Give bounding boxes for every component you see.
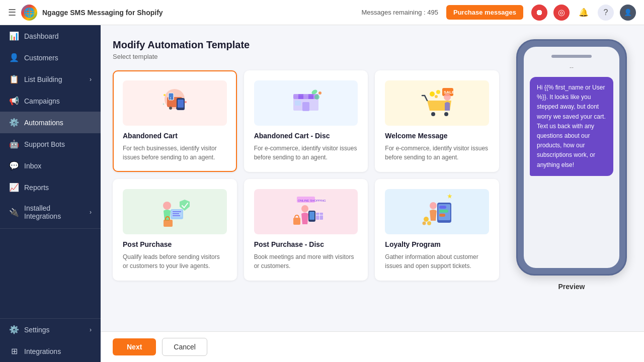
phone-divider: --: [570, 64, 574, 71]
svg-rect-16: [303, 94, 308, 99]
sidebar-item-list-building[interactable]: 📋 List Building ›: [0, 68, 101, 90]
abandoned-cart-image: [123, 80, 227, 126]
sidebar-item-integrations[interactable]: ⊞ Integrations: [0, 340, 101, 362]
post-purchase-disc-image: ONLINE SHOPPING: [254, 189, 358, 234]
svg-point-26: [444, 112, 448, 116]
abandoned-cart-title: Abandoned Cart: [123, 132, 227, 140]
templates-grid: Abandoned Cart For tech businesses, iden…: [113, 70, 499, 281]
main-layout: 📊 Dashboard 👤 Customers 📋 List Building …: [0, 25, 644, 362]
template-card-post-purchase-disc[interactable]: ONLINE SHOPPING: [244, 179, 368, 281]
svg-rect-44: [293, 218, 300, 225]
chevron-right-icon-3: ›: [90, 326, 92, 333]
sidebar-label-campaigns: Campaigns: [24, 97, 60, 105]
template-card-abandoned-cart-disc[interactable]: Abandoned Cart - Disc For e-commerce, id…: [244, 70, 368, 172]
sidebar-label-reports: Reports: [24, 184, 49, 192]
svg-point-28: [430, 92, 435, 97]
post-purchase-title: Post Purchase: [123, 240, 227, 248]
svg-point-29: [436, 90, 440, 94]
next-button[interactable]: Next: [113, 338, 156, 355]
avatar[interactable]: 👤: [620, 5, 636, 21]
inbox-icon: 💬: [9, 161, 19, 170]
sidebar-label-integrations: Integrations: [24, 347, 61, 355]
loyalty-program-image: [385, 189, 489, 234]
template-card-post-purchase[interactable]: Post Purchase Qualify leads before sendi…: [113, 179, 237, 281]
svg-rect-53: [439, 214, 445, 217]
sidebar-item-installed-integrations[interactable]: 🔌 Installed Integrations ›: [0, 198, 101, 226]
abandoned-cart-disc-desc: For e-commerce, identify visitor issues …: [254, 144, 358, 162]
svg-point-21: [318, 92, 321, 95]
sidebar-label-settings: Settings: [24, 326, 50, 334]
sidebar-item-dashboard[interactable]: 📊 Dashboard: [0, 25, 101, 47]
template-card-abandoned-cart[interactable]: Abandoned Cart For tech businesses, iden…: [113, 70, 237, 172]
svg-text:SALE: SALE: [444, 90, 455, 95]
record-icon[interactable]: ⏺: [531, 5, 547, 21]
phone-screen: -- Hi {{% first_name or User %}}. It loo…: [524, 47, 619, 268]
integrations-icon: ⊞: [9, 346, 19, 356]
loyalty-program-desc: Gather information about customer issues…: [385, 252, 489, 270]
cancel-button[interactable]: Cancel: [162, 338, 207, 356]
sidebar-label-dashboard: Dashboard: [24, 32, 59, 40]
installed-integrations-icon: 🔌: [9, 208, 19, 217]
app-title: Ngagge SMS Messaging for Shopify: [42, 9, 163, 17]
svg-marker-57: [447, 194, 452, 199]
sidebar-label-customers: Customers: [24, 54, 58, 62]
template-card-welcome-message[interactable]: SALE: [375, 70, 499, 172]
list-building-icon: 📋: [9, 74, 19, 84]
preview-section: -- Hi {{% first_name or User %}}. It loo…: [511, 39, 632, 317]
svg-point-27: [444, 94, 451, 101]
svg-point-12: [163, 104, 165, 105]
chevron-right-icon-2: ›: [90, 209, 92, 216]
hamburger-icon[interactable]: ☰: [8, 7, 16, 18]
preview-label: Preview: [558, 283, 585, 291]
svg-rect-19: [295, 101, 301, 106]
app-logo: 🌐: [21, 5, 37, 21]
phone-notch: [551, 55, 592, 58]
bell-icon[interactable]: 🔔: [576, 5, 592, 21]
svg-rect-18: [302, 102, 309, 111]
sidebar-item-inbox[interactable]: 💬 Inbox: [0, 155, 101, 176]
sidebar-item-customers[interactable]: 👤 Customers: [0, 47, 101, 68]
post-purchase-disc-desc: Book meetings and more with visitors or …: [254, 252, 358, 270]
sidebar-label-support-bots: Support Bots: [24, 140, 65, 148]
sidebar-item-settings[interactable]: ⚙️ Settings ›: [0, 319, 101, 340]
svg-text:ONLINE SHOPPING: ONLINE SHOPPING: [298, 199, 326, 202]
phone-mockup: -- Hi {{% first_name or User %}}. It loo…: [516, 39, 627, 276]
abandoned-cart-disc-image: [254, 80, 358, 126]
purchase-messages-button[interactable]: Purchase messages: [446, 5, 523, 20]
post-purchase-desc: Qualify leads before sending visitors or…: [123, 252, 227, 270]
svg-rect-7: [178, 100, 184, 108]
svg-point-10: [164, 94, 166, 96]
svg-point-56: [422, 222, 426, 225]
sidebar-item-reports[interactable]: 📈 Reports: [0, 176, 101, 198]
target-icon[interactable]: ◎: [553, 5, 570, 21]
chevron-right-icon: ›: [90, 76, 92, 83]
sidebar-label-inbox: Inbox: [24, 162, 41, 170]
svg-point-11: [185, 101, 187, 103]
sidebar-label-list-building: List Building: [24, 75, 62, 83]
svg-marker-38: [180, 200, 190, 211]
sidebar: 📊 Dashboard 👤 Customers 📋 List Building …: [0, 25, 101, 362]
template-card-loyalty-program[interactable]: Loyalty Program Gather information about…: [375, 179, 499, 281]
welcome-message-image: SALE: [385, 80, 489, 126]
message-bubble: Hi {{% first_name or User %}}. It looks …: [530, 77, 613, 176]
reports-icon: 📈: [9, 183, 19, 192]
settings-icon: ⚙️: [9, 325, 19, 334]
post-purchase-image: [123, 189, 227, 234]
welcome-message-title: Welcome Message: [385, 132, 489, 140]
messages-remaining: Messages remaining : 495: [361, 9, 438, 16]
question-icon[interactable]: ?: [598, 5, 614, 21]
svg-rect-52: [439, 210, 448, 213]
sidebar-item-support-bots[interactable]: 🤖 Support Bots: [0, 133, 101, 155]
content-area: Modify Automation Template Select templa…: [101, 25, 644, 362]
abandoned-cart-disc-title: Abandoned Cart - Disc: [254, 132, 358, 140]
sidebar-item-automations[interactable]: ⚙️ Automations: [0, 112, 101, 133]
svg-point-54: [424, 217, 429, 222]
svg-point-30: [435, 95, 438, 98]
top-header: ☰ 🌐 Ngagge SMS Messaging for Shopify Mes…: [0, 0, 644, 25]
header-icons: ⏺ ◎ 🔔 ? 👤: [531, 5, 636, 21]
sidebar-item-campaigns[interactable]: 📢 Campaigns: [0, 90, 101, 112]
svg-point-41: [301, 205, 308, 212]
support-bots-icon: 🤖: [9, 139, 19, 149]
page-title: Modify Automation Template: [113, 39, 499, 51]
svg-point-25: [431, 112, 435, 116]
